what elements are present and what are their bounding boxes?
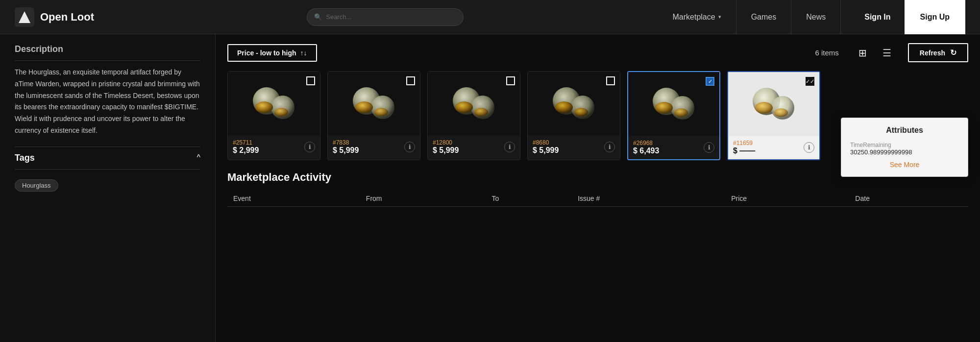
attributes-title: Attributes [850,126,959,135]
info-button-3[interactable]: ℹ [504,142,515,152]
signin-button[interactable]: Sign In [851,0,904,34]
item-checkbox-6[interactable]: ✓ [806,77,814,86]
item-price-1: $ 2,999 [233,146,259,155]
tags-section: Tags ^ Hourglass [15,147,200,192]
item-checkbox-5[interactable] [706,77,714,86]
col-date: Date [849,191,968,207]
hourglass-image-2 [349,79,398,128]
item-footer-2: #7838 $ 5,999 ℹ [328,135,420,159]
svg-point-21 [674,108,688,117]
item-info-4: #8680 $ 5,999 [533,139,559,155]
tag-hourglass[interactable]: Hourglass [15,179,58,192]
item-card-6[interactable]: ✓ [727,71,820,160]
hourglass-image-1 [249,79,298,128]
chevron-down-icon: ▾ [718,14,721,20]
item-checkbox-1[interactable] [306,76,315,85]
hourglass-image-5 [649,79,698,128]
list-view-button[interactable]: ☰ [879,45,895,61]
logo-icon [15,7,34,27]
search-icon: 🔍 [314,13,322,21]
svg-point-12 [455,101,473,113]
nav-marketplace[interactable]: Marketplace ▾ [658,0,736,34]
info-button-1[interactable]: ℹ [304,142,315,152]
hourglass-image-4 [549,79,598,128]
description-text: The Hourglass, an exquisite temporal art… [15,67,200,137]
svg-point-25 [774,108,788,117]
nav-news-label: News [806,13,826,22]
item-price-6: $ —— [733,147,755,155]
item-id-5: #26968 [633,140,659,147]
item-footer-3: #12800 $ 5,999 ℹ [428,135,520,159]
svg-point-9 [374,108,388,117]
item-info-6: #11659 $ —— [733,140,755,155]
refresh-label: Refresh [920,49,945,57]
description-title: Description [15,44,200,54]
svg-point-8 [355,101,373,113]
auth-area: Sign In Sign Up [851,0,965,34]
nav-area: Marketplace ▾ Games News [658,0,841,34]
grid-view-button[interactable]: ⊞ [855,45,871,61]
svg-point-24 [755,102,773,114]
nav-games[interactable]: Games [736,0,792,34]
item-card-3[interactable]: #12800 $ 5,999 ℹ [427,71,520,160]
item-footer-6: #11659 $ —— ℹ [728,136,819,159]
col-to: To [486,191,572,207]
tags-divider [15,147,200,147]
info-button-4[interactable]: ℹ [604,142,615,152]
item-card-2[interactable]: #7838 $ 5,999 ℹ [327,71,420,160]
item-info-1: #25711 $ 2,999 [233,139,259,155]
item-card-5[interactable]: #26968 $ 6,493 ℹ [627,71,720,160]
signup-button[interactable]: Sign Up [905,0,965,34]
svg-point-4 [255,101,273,113]
item-price-2: $ 5,999 [333,146,359,155]
col-from: From [360,191,486,207]
attributes-row: TimeRemaining 30250.989999999998 [850,142,959,156]
attr-block: TimeRemaining 30250.989999999998 [850,142,912,156]
activity-table-head: Event From To Issue # Price Date [227,191,968,207]
search-placeholder: Search... [326,13,351,21]
svg-point-5 [274,108,288,117]
filter-row: Price - low to high ↑↓ 6 items ⊞ ☰ Refre… [227,43,968,62]
see-more-link[interactable]: See More [850,161,959,169]
sort-button[interactable]: Price - low to high ↑↓ [227,44,317,62]
item-checkbox-4[interactable] [606,76,615,85]
grid-view-icon: ⊞ [858,48,867,58]
item-card-4[interactable]: #8680 $ 5,999 ℹ [527,71,620,160]
svg-point-20 [655,102,673,114]
attr-label: TimeRemaining [850,142,912,148]
svg-point-16 [555,101,573,113]
right-panel: Price - low to high ↑↓ 6 items ⊞ ☰ Refre… [216,34,980,342]
item-checkbox-3[interactable] [506,76,515,85]
nav-marketplace-label: Marketplace [672,13,715,22]
item-info-5: #26968 $ 6,493 [633,140,659,155]
tags-toggle-icon[interactable]: ^ [196,153,200,162]
item-price-3: $ 5,999 [433,146,459,155]
item-id-6: #11659 [733,140,755,147]
tags-header: Tags ^ [15,153,200,163]
svg-point-17 [574,108,588,117]
refresh-button[interactable]: Refresh ↻ [908,43,968,62]
main-layout: Description The Hourglass, an exquisite … [0,34,980,342]
item-price-4: $ 5,999 [533,146,559,155]
item-checkbox-2[interactable] [406,76,415,85]
logo-text: Open Loot [40,11,94,24]
search-bar-area: 🔍 Search... [113,8,658,26]
logo-area: Open Loot [15,7,113,27]
info-button-5[interactable]: ℹ [704,142,714,153]
left-panel: Description The Hourglass, an exquisite … [0,34,216,342]
info-button-2[interactable]: ℹ [404,142,415,152]
tags-bottom-divider [15,169,200,170]
col-event: Event [227,191,360,207]
search-bar[interactable]: 🔍 Search... [307,8,464,26]
header: Open Loot 🔍 Search... Marketplace ▾ Game… [0,0,980,34]
item-card[interactable]: #25711 $ 2,999 ℹ [227,71,320,160]
item-footer-4: #8680 $ 5,999 ℹ [528,135,620,159]
info-button-6[interactable]: ℹ [804,142,814,153]
sort-icon: ↑↓ [300,49,307,57]
refresh-icon: ↻ [950,48,956,57]
attributes-popup: Attributes TimeRemaining 30250.989999999… [841,118,968,177]
nav-news[interactable]: News [791,0,841,34]
sort-label: Price - low to high [237,49,296,57]
tags-title: Tags [15,153,35,163]
description-divider [15,60,200,61]
